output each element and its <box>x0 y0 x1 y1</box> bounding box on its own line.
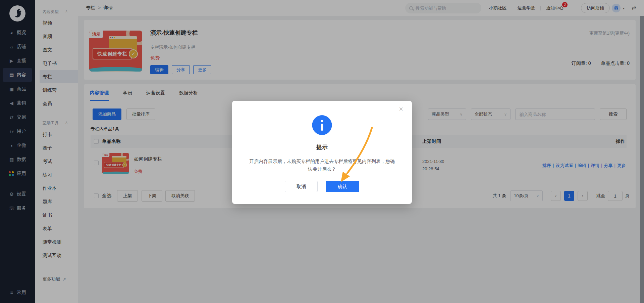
cancel-button[interactable]: 取消 <box>285 181 318 192</box>
info-icon-dot <box>321 120 323 122</box>
dialog-message: 开启内容展示后，未购买专栏的用户进去专栏后将可见内容列表，您确认要开启么？ <box>247 158 397 173</box>
dialog-buttons: 取消 确认 <box>232 181 412 192</box>
dialog-title: 提示 <box>232 143 412 151</box>
close-icon[interactable]: × <box>399 105 403 114</box>
app-root: ◕概况 ⌂店铺 ▶直播 ▤内容 ▣商品 ◀营销 ⇄交易 ⚇用户 ◖企微 ▥数据 … <box>0 0 644 303</box>
info-icon <box>312 115 332 135</box>
confirm-button[interactable]: 确认 <box>326 181 359 192</box>
confirm-dialog: × 提示 开启内容展示后，未购买专栏的用户进去专栏后将可见内容列表，您确认要开启… <box>232 101 412 204</box>
info-icon-bar <box>321 124 323 131</box>
